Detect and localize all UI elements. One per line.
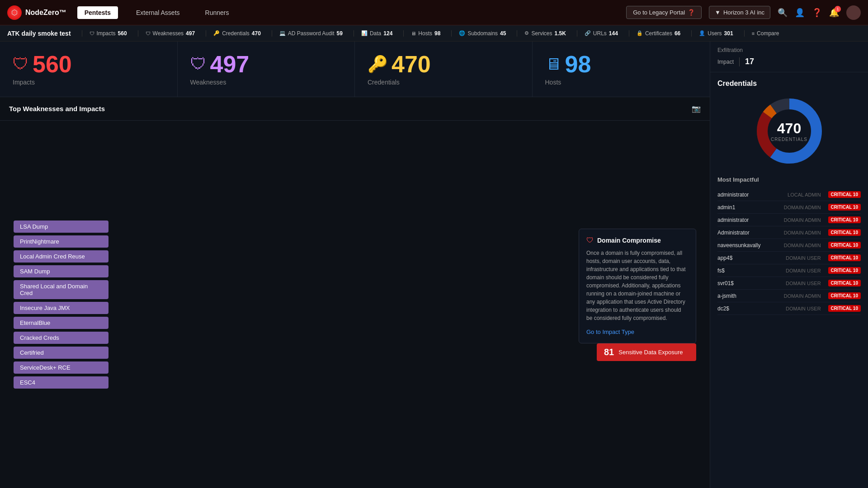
stat-ad-password[interactable]: 💻 AD Password Audit 59 bbox=[272, 30, 343, 37]
stat-certificates[interactable]: 🔒 Certificates 66 bbox=[629, 30, 680, 37]
credentials-list-item[interactable]: Administrator DOMAIN ADMIN CRITICAL 10 bbox=[717, 226, 861, 239]
nav-runners[interactable]: Runners bbox=[198, 6, 236, 19]
chevron-icon: ▼ bbox=[715, 9, 721, 16]
credentials-list: administrator LOCAL ADMIN CRITICAL 10 ad… bbox=[717, 188, 861, 315]
weaknesses-metric-label: Weaknesses bbox=[190, 79, 342, 86]
weakness-printnightmare[interactable]: PrintNightmare bbox=[14, 235, 108, 248]
stat-credentials[interactable]: 🔑 Credentials 470 bbox=[206, 30, 261, 37]
services-label: Services bbox=[531, 30, 552, 37]
stat-urls[interactable]: 🔗 URLs 144 bbox=[577, 30, 618, 37]
weaknesses-metric-icon: 🛡 bbox=[190, 55, 207, 74]
user-avatar[interactable] bbox=[846, 5, 861, 20]
popup-shield-icon: 🛡 bbox=[586, 236, 594, 244]
chart-header: Top Weaknesses and Impacts 📷 bbox=[0, 97, 710, 121]
weakness-sam-dump[interactable]: SAM Dump bbox=[14, 265, 108, 277]
nav-pentests[interactable]: Pentests bbox=[77, 6, 118, 19]
cred-severity-badge: CRITICAL 10 bbox=[828, 242, 861, 249]
stat-hosts[interactable]: 🖥 Hosts 98 bbox=[403, 30, 440, 37]
credentials-label: Credentials bbox=[222, 30, 250, 37]
impact-sd-value: 81 bbox=[604, 347, 614, 357]
cred-role: DOMAIN USER bbox=[786, 306, 821, 311]
detail-popup-header: 🛡 Domain Compromise bbox=[586, 236, 689, 244]
metric-card-weaknesses[interactable]: 🛡 497 Weaknesses bbox=[178, 42, 355, 97]
credentials-metric-label: Credentials bbox=[368, 79, 519, 86]
cred-name: naveensunkavally bbox=[717, 242, 780, 249]
credentials-list-item[interactable]: naveensunkavally DOMAIN ADMIN CRITICAL 1… bbox=[717, 239, 861, 252]
weakness-list: LSA Dump PrintNightmare Local Admin Cred… bbox=[0, 211, 108, 398]
weakness-lsa-dump[interactable]: LSA Dump bbox=[14, 221, 108, 233]
cred-severity-badge: CRITICAL 10 bbox=[828, 191, 861, 198]
impact-sensitive-data[interactable]: 81 Sensitive Data Exposure bbox=[597, 343, 696, 361]
exfil-impact-label: Impact bbox=[717, 59, 734, 65]
search-button[interactable]: 🔍 bbox=[778, 8, 788, 18]
metric-card-credentials[interactable]: 🔑 470 Credentials bbox=[355, 42, 533, 97]
help-button[interactable]: ❓ bbox=[812, 8, 822, 18]
certificates-value: 66 bbox=[675, 30, 680, 37]
stat-subdomains[interactable]: 🌐 Subdomains 45 bbox=[451, 30, 506, 37]
urls-icon: 🔗 bbox=[585, 30, 591, 36]
stat-impacts[interactable]: 🛡 Impacts 560 bbox=[82, 30, 127, 37]
notifications-button[interactable]: 🔔 1 bbox=[829, 8, 839, 18]
credentials-list-item[interactable]: fs$ DOMAIN USER CRITICAL 10 bbox=[717, 264, 861, 277]
exfiltration-label: Exfiltration bbox=[717, 47, 861, 53]
weaknesses-label: Weaknesses bbox=[153, 30, 184, 37]
weakness-certifried[interactable]: Certifried bbox=[14, 347, 108, 359]
credentials-list-item[interactable]: admin1 DOMAIN ADMIN CRITICAL 10 bbox=[717, 201, 861, 214]
users-icon: 👤 bbox=[699, 30, 705, 36]
stat-compare[interactable]: ≡ Compare bbox=[744, 30, 779, 37]
cred-name: svr01$ bbox=[717, 280, 782, 286]
weakness-servicedesk[interactable]: ServiceDesk+ RCE bbox=[14, 361, 108, 374]
logo-area: ⬡ NodeZero™ bbox=[7, 5, 66, 20]
credentials-list-item[interactable]: a-jsmith DOMAIN ADMIN CRITICAL 10 bbox=[717, 290, 861, 302]
left-panel: 🛡 560 Impacts 🛡 497 Weaknesses 🔑 470 Cre… bbox=[0, 42, 710, 488]
users-value: 301 bbox=[724, 30, 733, 37]
weakness-eternalblue[interactable]: EternalBlue bbox=[14, 317, 108, 329]
credentials-icon: 🔑 bbox=[213, 30, 220, 36]
data-icon: 📊 bbox=[361, 30, 368, 36]
user-icon-button[interactable]: 👤 bbox=[795, 8, 805, 18]
credentials-list-item[interactable]: app4$ DOMAIN USER CRITICAL 10 bbox=[717, 252, 861, 264]
compare-label: Compare bbox=[757, 30, 779, 37]
weaknesses-metric-value: 497 bbox=[210, 52, 250, 76]
popup-description: Once a domain is fully compromised, all … bbox=[586, 249, 689, 322]
cred-role: DOMAIN ADMIN bbox=[784, 243, 821, 248]
hosts-label: Hosts bbox=[418, 30, 432, 37]
weakness-local-admin[interactable]: Local Admin Cred Reuse bbox=[14, 250, 108, 263]
weakness-java-jmx[interactable]: Insecure Java JMX bbox=[14, 302, 108, 314]
go-to-impact-type-link[interactable]: Go to Impact Type bbox=[586, 328, 634, 335]
certificates-label: Certificates bbox=[645, 30, 672, 37]
legacy-portal-button[interactable]: Go to Legacy Portal ❓ bbox=[626, 6, 702, 19]
cred-severity-badge: CRITICAL 10 bbox=[828, 254, 861, 261]
certificates-icon: 🔒 bbox=[637, 30, 643, 36]
org-selector-button[interactable]: ▼ Horizon 3 AI inc bbox=[709, 6, 770, 19]
stat-users[interactable]: 👤 Users 301 bbox=[691, 30, 733, 37]
credentials-list-item[interactable]: administrator LOCAL ADMIN CRITICAL 10 bbox=[717, 188, 861, 201]
cred-name: administrator bbox=[717, 217, 780, 223]
stat-services[interactable]: ⚙ Services 1.5K bbox=[517, 30, 566, 37]
cred-severity-badge: CRITICAL 10 bbox=[828, 229, 861, 236]
metric-card-impacts[interactable]: 🛡 560 Impacts bbox=[0, 42, 178, 97]
ad-icon: 💻 bbox=[279, 30, 286, 36]
stat-weaknesses[interactable]: 🛡 Weaknesses 497 bbox=[138, 30, 195, 37]
impacts-metric-icon: 🛡 bbox=[13, 55, 29, 74]
weakness-shared-cred[interactable]: Shared Local and Domain Cred bbox=[14, 280, 108, 299]
stat-data[interactable]: 📊 Data 124 bbox=[354, 30, 392, 37]
chart-screenshot-button[interactable]: 📷 bbox=[692, 104, 701, 113]
weakness-esc4[interactable]: ESC4 bbox=[14, 376, 108, 389]
impacts-label: Impacts bbox=[97, 30, 116, 37]
credentials-list-item[interactable]: svr01$ DOMAIN USER CRITICAL 10 bbox=[717, 277, 861, 290]
cred-name: dc2$ bbox=[717, 305, 782, 312]
nav-external-assets[interactable]: External Assets bbox=[129, 6, 187, 19]
cred-role: LOCAL ADMIN bbox=[788, 192, 821, 197]
cred-role: DOMAIN USER bbox=[786, 255, 821, 261]
credentials-list-item[interactable]: dc2$ DOMAIN USER CRITICAL 10 bbox=[717, 302, 861, 315]
weakness-cracked-creds[interactable]: Cracked Creds bbox=[14, 332, 108, 344]
credentials-title: Credentials bbox=[717, 80, 861, 88]
metric-card-hosts[interactable]: 🖥 98 Hosts bbox=[533, 42, 710, 97]
cred-role: DOMAIN USER bbox=[786, 281, 821, 286]
credentials-list-item[interactable]: administrator DOMAIN ADMIN CRITICAL 10 bbox=[717, 214, 861, 226]
donut-center: 470 CREDENTIALS bbox=[753, 95, 826, 167]
services-value: 1.5K bbox=[554, 30, 566, 37]
cred-name: fs$ bbox=[717, 267, 782, 274]
cred-severity-badge: CRITICAL 10 bbox=[828, 204, 861, 211]
